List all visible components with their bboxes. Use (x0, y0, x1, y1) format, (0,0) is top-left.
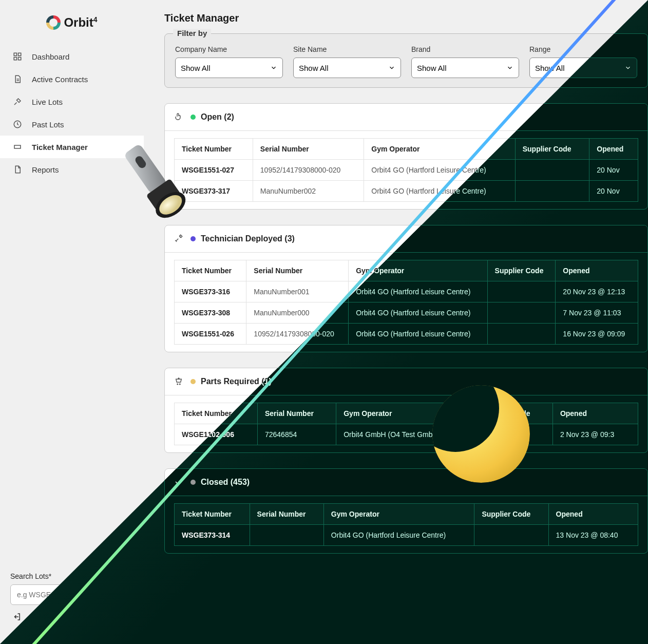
sidebar-item-dashboard[interactable]: Dashboard (0, 45, 144, 68)
sidebar-item-past-lots[interactable]: Past Lots (0, 113, 144, 136)
sidebar-item-label: Active Contracts (32, 75, 88, 84)
filter-label-brand: Brand (411, 45, 519, 53)
filter-legend: Filter by (173, 29, 211, 37)
chevron-down-icon (270, 64, 277, 71)
section-title: Technician Deployed (3) (201, 234, 295, 243)
sidebar-item-label: Dashboard (32, 52, 69, 61)
col-ticket: Ticket Number (175, 260, 246, 281)
status-dot-yellow (190, 379, 196, 384)
sidebar-item-label: Live Lots (32, 98, 63, 106)
dashboard-icon (12, 51, 23, 62)
nav: Dashboard Active Contracts Live Lots Pas… (0, 45, 144, 572)
svg-rect-3 (18, 58, 21, 60)
svg-rect-1 (18, 53, 21, 55)
company-select[interactable]: Show All (175, 58, 283, 78)
col-serial: Serial Number (246, 260, 349, 281)
status-dot-green (190, 115, 196, 120)
sidebar-item-label: Reports (32, 165, 59, 174)
svg-rect-2 (14, 58, 16, 60)
sidebar-item-label: Ticket Manager (32, 143, 88, 151)
filter-label-company: Company Name (175, 45, 283, 53)
svg-rect-0 (14, 53, 16, 55)
site-select[interactable]: Show All (293, 58, 401, 78)
document-icon (12, 74, 23, 84)
flashlight-icon (108, 134, 205, 236)
col-serial: Serial Number (253, 139, 364, 160)
report-icon (12, 164, 23, 175)
logo-text: Orbit4 (64, 15, 97, 30)
sidebar-item-active-contracts[interactable]: Active Contracts (0, 68, 144, 90)
logo: Orbit4 (0, 10, 144, 45)
page-title: Ticket Manager (164, 12, 648, 24)
hand-icon (174, 112, 184, 122)
sidebar-item-label: Past Lots (32, 120, 64, 129)
hammer-icon (12, 97, 23, 107)
sidebar-item-live-lots[interactable]: Live Lots (0, 90, 144, 113)
ticket-icon (12, 142, 23, 152)
search-label: Search Lots* (10, 572, 51, 580)
cart-icon (174, 376, 184, 387)
brand-select[interactable]: Show All (411, 58, 519, 78)
section-title: Open (2) (201, 112, 234, 122)
logo-icon (46, 15, 61, 30)
moon-icon (432, 385, 530, 483)
status-dot-purple (190, 236, 196, 241)
logout-icon (12, 612, 22, 621)
filter-label-site: Site Name (293, 45, 401, 53)
chevron-down-icon (388, 64, 395, 71)
clock-icon (12, 119, 23, 129)
chevron-down-icon (506, 64, 513, 71)
